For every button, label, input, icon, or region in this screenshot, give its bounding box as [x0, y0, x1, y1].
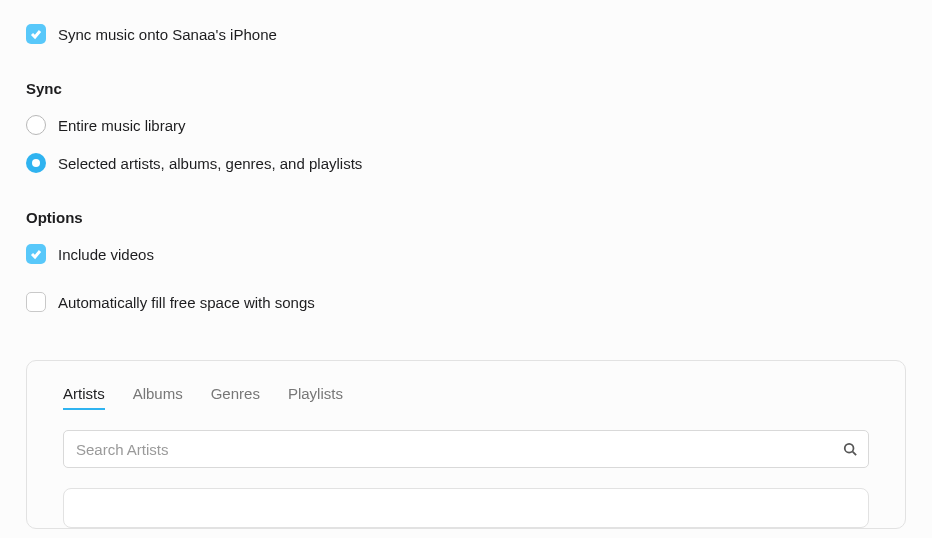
radio-row-selected: Selected artists, albums, genres, and pl…: [26, 153, 906, 173]
svg-line-1: [853, 452, 857, 456]
sync-music-checkbox[interactable]: [26, 24, 46, 44]
sync-music-row: Sync music onto Sanaa's iPhone: [26, 24, 906, 44]
artists-list[interactable]: [63, 488, 869, 528]
selection-panel: Artists Albums Genres Playlists: [26, 360, 906, 529]
sync-music-label: Sync music onto Sanaa's iPhone: [58, 26, 277, 43]
svg-point-0: [845, 444, 854, 453]
search-wrap: [63, 430, 869, 468]
sync-radio-group: Entire music library Selected artists, a…: [26, 115, 906, 173]
options-section-title: Options: [26, 209, 906, 226]
option-row-videos: Include videos: [26, 244, 906, 264]
tab-playlists[interactable]: Playlists: [288, 385, 343, 410]
radio-selected-items[interactable]: [26, 153, 46, 173]
tab-genres[interactable]: Genres: [211, 385, 260, 410]
check-icon: [30, 28, 42, 40]
radio-entire-label: Entire music library: [58, 117, 186, 134]
include-videos-label: Include videos: [58, 246, 154, 263]
sync-section-title: Sync: [26, 80, 906, 97]
autofill-label: Automatically fill free space with songs: [58, 294, 315, 311]
check-icon: [30, 248, 42, 260]
tab-artists[interactable]: Artists: [63, 385, 105, 410]
radio-row-entire: Entire music library: [26, 115, 906, 135]
autofill-checkbox[interactable]: [26, 292, 46, 312]
include-videos-checkbox[interactable]: [26, 244, 46, 264]
radio-entire-library[interactable]: [26, 115, 46, 135]
tab-albums[interactable]: Albums: [133, 385, 183, 410]
search-icon: [843, 442, 857, 456]
search-input[interactable]: [63, 430, 869, 468]
option-row-autofill: Automatically fill free space with songs: [26, 292, 906, 312]
tabs: Artists Albums Genres Playlists: [63, 385, 869, 410]
radio-selected-label: Selected artists, albums, genres, and pl…: [58, 155, 362, 172]
options-group: Include videos Automatically fill free s…: [26, 244, 906, 312]
